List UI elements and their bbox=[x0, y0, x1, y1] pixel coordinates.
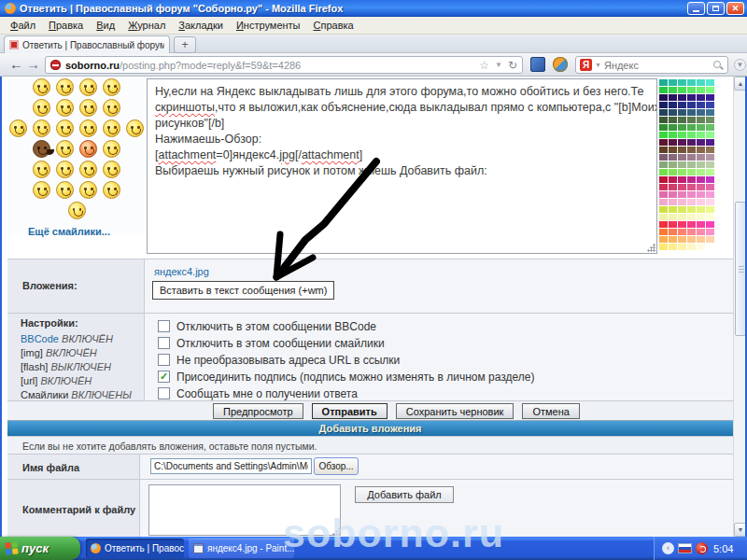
palette-color-cell[interactable] bbox=[706, 214, 714, 220]
task-button-paint[interactable]: яндекс4.jpg - Paint.... bbox=[189, 539, 294, 558]
palette-color-cell[interactable] bbox=[697, 132, 705, 138]
palette-color-cell[interactable] bbox=[678, 102, 686, 108]
palette-color-cell[interactable] bbox=[706, 79, 714, 86]
smiley-icon[interactable] bbox=[103, 140, 120, 158]
palette-color-cell[interactable] bbox=[687, 206, 696, 213]
forward-icon[interactable]: → bbox=[26, 56, 40, 72]
palette-color-cell[interactable] bbox=[659, 229, 668, 235]
menu-правка[interactable]: Правка bbox=[42, 18, 90, 33]
palette-color-cell[interactable] bbox=[659, 94, 668, 101]
smiley-icon[interactable] bbox=[33, 78, 50, 96]
taskbar-clock[interactable]: 5:04 bbox=[713, 543, 733, 554]
insert-into-message-button[interactable]: Вставить в текст сообщения (+wm) bbox=[152, 281, 334, 300]
palette-color-cell[interactable] bbox=[669, 102, 677, 108]
palette-color-cell[interactable] bbox=[706, 124, 714, 131]
palette-color-cell[interactable] bbox=[659, 221, 668, 228]
palette-color-cell[interactable] bbox=[669, 214, 677, 220]
palette-color-cell[interactable] bbox=[669, 117, 677, 123]
menu-инструменты[interactable]: Инструменты bbox=[230, 18, 307, 33]
palette-color-cell[interactable] bbox=[669, 161, 677, 168]
palette-color-cell[interactable] bbox=[706, 94, 714, 101]
ru-keyboard-layout-icon[interactable] bbox=[678, 543, 692, 553]
smiley-icon[interactable] bbox=[79, 99, 97, 117]
search-box[interactable]: Я ▼ bbox=[575, 56, 728, 74]
palette-color-cell[interactable] bbox=[706, 244, 714, 250]
filename-input[interactable] bbox=[150, 458, 312, 474]
palette-color-cell[interactable] bbox=[697, 124, 705, 131]
palette-color-cell[interactable] bbox=[678, 117, 686, 123]
palette-color-cell[interactable] bbox=[669, 139, 677, 146]
palette-color-cell[interactable] bbox=[687, 117, 696, 123]
palette-color-cell[interactable] bbox=[659, 176, 668, 183]
antivirus-tray-icon[interactable] bbox=[696, 542, 708, 554]
form-button[interactable]: Отмена bbox=[522, 403, 579, 419]
palette-color-cell[interactable] bbox=[687, 236, 696, 243]
palette-color-cell[interactable] bbox=[687, 139, 696, 146]
overflow-chevron-icon[interactable]: ▼ bbox=[734, 59, 746, 71]
palette-color-cell[interactable] bbox=[659, 79, 668, 86]
palette-color-cell[interactable] bbox=[706, 87, 714, 93]
palette-color-cell[interactable] bbox=[706, 147, 714, 153]
palette-color-cell[interactable] bbox=[678, 94, 686, 101]
palette-color-cell[interactable] bbox=[669, 176, 677, 183]
submit-button[interactable]: Отправить bbox=[312, 403, 388, 419]
new-tab-button[interactable]: + bbox=[174, 36, 196, 53]
hide-icons-chevron-icon[interactable]: ‹ bbox=[662, 542, 674, 554]
palette-color-cell[interactable] bbox=[706, 206, 714, 213]
smiley-icon[interactable] bbox=[56, 78, 74, 96]
bbcode-link[interactable]: BBCode bbox=[21, 333, 59, 344]
palette-color-cell[interactable] bbox=[669, 109, 677, 116]
task-button-firefox[interactable]: Ответить | Правосл... bbox=[86, 539, 184, 558]
palette-color-cell[interactable] bbox=[706, 191, 714, 198]
smiley-icon[interactable] bbox=[79, 140, 97, 158]
search-input[interactable] bbox=[604, 60, 712, 71]
palette-color-cell[interactable] bbox=[706, 184, 714, 190]
palette-color-cell[interactable] bbox=[669, 184, 677, 190]
add-file-button[interactable]: Добавить файл bbox=[355, 486, 454, 503]
palette-color-cell[interactable] bbox=[659, 132, 668, 138]
palette-color-cell[interactable] bbox=[697, 236, 705, 243]
bookmark-star-icon[interactable]: ☆ bbox=[479, 59, 489, 72]
smiley-icon[interactable] bbox=[103, 181, 120, 199]
menu-журнал[interactable]: Журнал bbox=[121, 18, 172, 33]
palette-color-cell[interactable] bbox=[678, 154, 686, 161]
palette-color-cell[interactable] bbox=[687, 169, 696, 175]
browser-tab[interactable]: Ответить | Православный форум "Соборн... bbox=[4, 35, 170, 53]
palette-color-cell[interactable] bbox=[659, 199, 668, 205]
palette-color-cell[interactable] bbox=[659, 154, 668, 161]
palette-color-cell[interactable] bbox=[697, 117, 705, 123]
palette-color-cell[interactable] bbox=[687, 87, 696, 93]
palette-color-cell[interactable] bbox=[697, 214, 705, 220]
palette-color-cell[interactable] bbox=[669, 124, 677, 131]
palette-color-cell[interactable] bbox=[706, 132, 714, 138]
palette-color-cell[interactable] bbox=[678, 109, 686, 116]
palette-color-cell[interactable] bbox=[706, 102, 714, 108]
smiley-icon[interactable] bbox=[56, 119, 74, 137]
palette-color-cell[interactable] bbox=[687, 214, 696, 220]
palette-color-cell[interactable] bbox=[669, 87, 677, 93]
palette-color-cell[interactable] bbox=[669, 154, 677, 161]
smiley-icon[interactable] bbox=[56, 181, 74, 199]
palette-color-cell[interactable] bbox=[706, 117, 714, 123]
palette-color-cell[interactable] bbox=[697, 94, 705, 101]
palette-color-cell[interactable] bbox=[669, 221, 677, 228]
palette-color-cell[interactable] bbox=[697, 139, 705, 146]
menu-файл[interactable]: Файл bbox=[4, 18, 42, 33]
palette-color-cell[interactable] bbox=[697, 87, 705, 93]
palette-color-cell[interactable] bbox=[669, 229, 677, 235]
palette-color-cell[interactable] bbox=[659, 214, 668, 220]
palette-color-cell[interactable] bbox=[659, 124, 668, 131]
resize-grip-icon[interactable] bbox=[647, 244, 655, 252]
palette-color-cell[interactable] bbox=[687, 244, 696, 250]
palette-color-cell[interactable] bbox=[697, 221, 705, 228]
palette-color-cell[interactable] bbox=[678, 176, 686, 183]
palette-color-cell[interactable] bbox=[697, 102, 705, 108]
palette-color-cell[interactable] bbox=[706, 236, 714, 243]
smiley-icon[interactable] bbox=[79, 161, 97, 178]
palette-color-cell[interactable] bbox=[678, 244, 686, 250]
palette-color-cell[interactable] bbox=[678, 221, 686, 228]
close-button[interactable]: ✕ bbox=[726, 2, 744, 15]
more-smileys-link[interactable]: Ещё смайлики... bbox=[0, 226, 138, 237]
palette-color-cell[interactable] bbox=[659, 102, 668, 108]
smiley-icon[interactable] bbox=[33, 161, 50, 178]
